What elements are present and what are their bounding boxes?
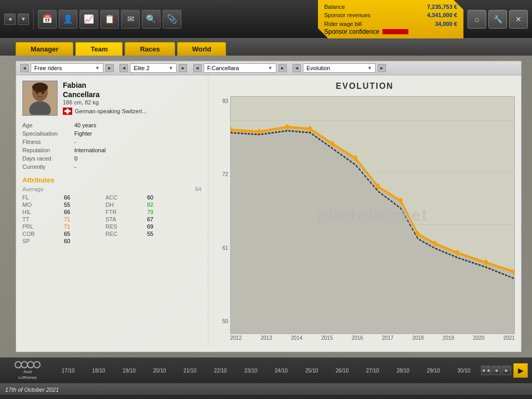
wage-row: Rider wage bill 34,000 € <box>324 20 457 29</box>
x-label-2020: 2020 <box>473 335 484 341</box>
rider-height-weight: 186 cm, 82 kg <box>63 99 147 105</box>
chart-container: 83 72 61 50 photobucket <box>215 96 515 341</box>
timeline-date-4[interactable]: 20/10 <box>144 367 175 375</box>
rider-selector[interactable]: F.Cancellara ▼ <box>204 63 276 73</box>
timeline-date-9[interactable]: 25/10 <box>297 367 327 375</box>
confidence-bar <box>382 29 408 34</box>
tab-team[interactable]: Team <box>75 42 123 56</box>
rider-lastname: Cancellara <box>63 90 147 99</box>
tab-world[interactable]: World <box>177 42 227 56</box>
home-button[interactable]: ⌂ <box>468 10 486 29</box>
attr-mo-value: 55 <box>64 202 105 208</box>
timeline-next-button[interactable]: ► <box>502 366 511 375</box>
days-value: 0 <box>74 155 77 162</box>
nav-left-button[interactable]: ◄ <box>4 14 16 25</box>
timeline-prev-button[interactable]: ◄ <box>491 366 501 375</box>
audi-logo <box>15 361 41 368</box>
content-panel: ◄ Free riders ▼ ► ◄ Elite 2 ▼ ► ◄ F.Canc… <box>16 61 522 352</box>
lufthansa-label: Lufthansa <box>18 375 36 380</box>
list-prev-button[interactable]: ◄ <box>20 64 29 72</box>
attr-cob-name: COB <box>22 231 64 237</box>
balance-label: Balance <box>324 3 345 11</box>
level-prev-button[interactable]: ◄ <box>119 64 128 72</box>
timeline-prev-prev-button[interactable]: ◄◄ <box>481 366 490 375</box>
x-label-2021: 2021 <box>503 335 515 341</box>
attr-cob-value: 65 <box>64 231 105 237</box>
current-date: 17th of October 2021 <box>5 387 59 393</box>
rider-list-selector[interactable]: Free riders ▼ <box>31 63 103 73</box>
attr-empty-value <box>147 238 189 244</box>
rider-header: Fabian Cancellara 186 cm, 82 kg <box>22 81 202 116</box>
level-selector[interactable]: Elite 2 ▼ <box>130 63 177 73</box>
avg-label: Average <box>22 186 44 192</box>
stats-table: Age 40 years Specialisation Fighter Fitn… <box>22 121 202 171</box>
panel-selectors: ◄ Free riders ▼ ► ◄ Elite 2 ▼ ► ◄ F.Canc… <box>16 61 521 75</box>
list-icon-button[interactable]: 📋 <box>100 10 119 29</box>
rider-prev-button[interactable]: ◄ <box>193 64 202 72</box>
chart-svg <box>231 97 514 334</box>
svg-point-20 <box>309 126 312 132</box>
attributes-title: Attributes <box>22 176 202 184</box>
timeline-date-13[interactable]: 29/10 <box>418 367 449 375</box>
attr-acc-value: 60 <box>147 194 189 201</box>
timeline-date-1[interactable]: 17/10 <box>53 367 84 375</box>
chart-icon-button[interactable]: 📈 <box>79 10 98 29</box>
wage-label: Rider wage bill <box>324 20 362 29</box>
rider-firstname: Fabian <box>63 81 147 90</box>
days-row: Days raced 0 <box>22 154 202 163</box>
sponsor-revenue-row: Sponsor revenues 4,341,000 € <box>324 11 457 20</box>
toolbar-right-buttons: ⌂ 🔧 ✕ <box>468 10 528 29</box>
timeline-date-11[interactable]: 27/10 <box>357 367 388 375</box>
attr-empty-name <box>105 238 147 244</box>
rider-list-value: Free riders <box>34 65 62 71</box>
timeline-date-5[interactable]: 21/10 <box>175 367 205 375</box>
chart-title: EVOLUTION <box>215 82 515 91</box>
finance-box: Balance 7,235,753 € Sponsor revenues 4,3… <box>318 0 463 38</box>
svg-point-28 <box>484 260 488 265</box>
tab-manager[interactable]: Manager <box>16 42 73 56</box>
balance-value: 7,235,753 € <box>427 3 457 11</box>
days-label: Days raced <box>22 155 74 162</box>
person-icon-button[interactable]: 👤 <box>59 10 77 29</box>
attributes-grid: FL 66 ACC 60 MO 55 DH 82 HIL 66 FTR 79 T… <box>22 194 202 244</box>
timeline-date-2[interactable]: 18/10 <box>84 367 114 375</box>
timeline-date-3[interactable]: 19/10 <box>114 367 144 375</box>
mail-icon-button[interactable]: ✉ <box>121 10 140 29</box>
svg-point-19 <box>286 124 289 130</box>
timeline-date-14[interactable]: 30/10 <box>449 367 480 375</box>
close-button[interactable]: ✕ <box>509 10 528 29</box>
timeline-date-6[interactable]: 22/10 <box>205 367 236 375</box>
view-selector[interactable]: Evolution ▼ <box>303 63 376 73</box>
level-value: Elite 2 <box>134 65 150 71</box>
calendar-icon-button[interactable]: 📅 <box>38 10 57 29</box>
fitness-value: - <box>74 139 76 145</box>
clipboard-icon-button[interactable]: 📎 <box>163 10 181 29</box>
timeline-date-7[interactable]: 23/10 <box>235 367 266 375</box>
rider-next-button[interactable]: ► <box>278 64 287 72</box>
svg-point-23 <box>377 184 380 190</box>
fitness-row: Fitness - <box>22 138 202 146</box>
attr-res-name: RES <box>105 223 147 230</box>
wrench-button[interactable]: 🔧 <box>488 10 507 29</box>
view-next-button[interactable]: ► <box>378 64 386 72</box>
bottom-bar: Audi Lufthansa 17/10 18/10 19/10 20/10 2… <box>0 357 532 383</box>
level-next-button[interactable]: ► <box>179 64 187 72</box>
nav-dropdown-button[interactable]: ▼ <box>18 14 29 25</box>
main-background: ◄ Free riders ▼ ► ◄ Elite 2 ▼ ► ◄ F.Canc… <box>0 56 532 357</box>
attr-sp-name: SP <box>22 238 64 244</box>
attr-prl-value: 71 <box>64 223 105 230</box>
view-dropdown-icon: ▼ <box>367 65 372 71</box>
x-label-2019: 2019 <box>443 335 454 341</box>
sponsor-revenue-value: 4,341,000 € <box>427 11 457 20</box>
search-icon-button[interactable]: 🔍 <box>142 10 161 29</box>
view-prev-button[interactable]: ◄ <box>292 64 301 72</box>
attr-tt-name: TT <box>22 216 64 222</box>
list-next-button[interactable]: ► <box>105 64 114 72</box>
swiss-flag-icon <box>63 108 72 115</box>
play-button[interactable]: ▶ <box>513 363 528 378</box>
tab-races[interactable]: Races <box>125 42 175 56</box>
spec-label: Specialisation <box>22 130 74 137</box>
timeline-date-8[interactable]: 24/10 <box>266 367 297 375</box>
timeline-date-12[interactable]: 28/10 <box>388 367 418 375</box>
timeline-date-10[interactable]: 26/10 <box>327 367 357 375</box>
